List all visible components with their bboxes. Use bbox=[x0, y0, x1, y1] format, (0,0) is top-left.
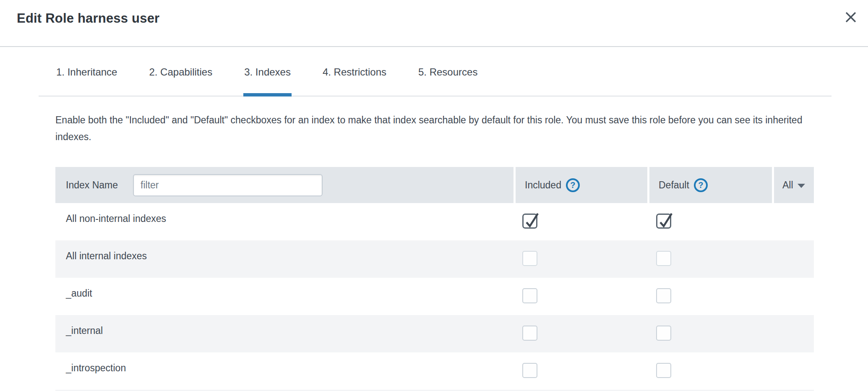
column-header-included: Included bbox=[525, 180, 561, 191]
dialog-title: Edit Role harness user bbox=[17, 8, 851, 27]
index-name-cell: _internal bbox=[55, 315, 514, 352]
table-row: _internal bbox=[55, 315, 814, 352]
dialog-header: Edit Role harness user bbox=[0, 0, 868, 47]
index-name-cell: All non-internal indexes bbox=[55, 203, 514, 240]
tab-indexes[interactable]: 3. Indexes bbox=[243, 47, 292, 96]
table-row: All internal indexes bbox=[55, 240, 814, 278]
default-header-cell: Default ? bbox=[649, 167, 772, 203]
all-dropdown-label: All bbox=[782, 180, 793, 191]
tab-inheritance[interactable]: 1. Inheritance bbox=[55, 47, 118, 96]
index-name-cell: _audit bbox=[55, 278, 514, 315]
close-button[interactable] bbox=[843, 9, 859, 25]
default-checkbox[interactable] bbox=[656, 288, 671, 303]
default-checkbox[interactable] bbox=[656, 214, 671, 229]
column-header-index-name: Index Name bbox=[66, 180, 118, 191]
edit-role-dialog: Edit Role harness user 1. Inheritance 2.… bbox=[0, 0, 868, 391]
table-row: _introspection bbox=[55, 352, 814, 390]
default-checkbox[interactable] bbox=[656, 363, 671, 378]
tab-bar: 1. Inheritance 2. Capabilities 3. Indexe… bbox=[39, 47, 832, 96]
index-name-cell: All internal indexes bbox=[55, 240, 514, 278]
table-row: _audit bbox=[55, 278, 814, 315]
indexes-table: Index Name Included ? Default ? All bbox=[55, 167, 814, 391]
included-header-cell: Included ? bbox=[516, 167, 647, 203]
included-checkbox[interactable] bbox=[522, 363, 537, 378]
index-name-cell: _introspection bbox=[55, 352, 514, 390]
all-dropdown[interactable]: All bbox=[774, 167, 814, 203]
default-checkbox[interactable] bbox=[656, 251, 671, 266]
index-filter-input[interactable] bbox=[133, 174, 323, 196]
included-help-icon[interactable]: ? bbox=[566, 178, 580, 192]
tab-capabilities[interactable]: 2. Capabilities bbox=[148, 47, 213, 96]
included-checkbox[interactable] bbox=[522, 288, 537, 303]
column-header-default: Default bbox=[659, 180, 689, 191]
table-header: Index Name Included ? Default ? All bbox=[55, 167, 814, 203]
dialog-body: 1. Inheritance 2. Capabilities 3. Indexe… bbox=[39, 47, 832, 391]
description-text: Enable both the "Included" and "Default"… bbox=[55, 112, 813, 145]
index-name-header-cell: Index Name bbox=[55, 167, 514, 203]
close-icon bbox=[845, 11, 857, 23]
tab-restrictions[interactable]: 4. Restrictions bbox=[322, 47, 387, 96]
included-checkbox[interactable] bbox=[522, 326, 537, 341]
tab-resources[interactable]: 5. Resources bbox=[417, 47, 478, 96]
included-checkbox[interactable] bbox=[522, 251, 537, 266]
caret-down-icon bbox=[798, 184, 805, 188]
table-row: All non-internal indexes bbox=[55, 203, 814, 240]
included-checkbox[interactable] bbox=[522, 214, 537, 229]
default-checkbox[interactable] bbox=[656, 326, 671, 341]
default-help-icon[interactable]: ? bbox=[694, 178, 708, 192]
